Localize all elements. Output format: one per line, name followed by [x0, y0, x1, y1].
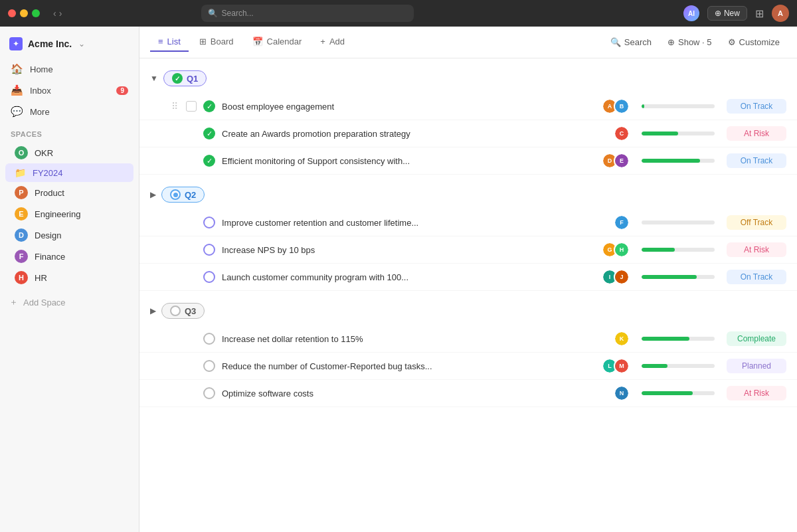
brand-name: Acme Inc. [28, 39, 72, 49]
table-row[interactable]: ⠿ Reduce the number of Customer-Reported… [139, 353, 797, 380]
progress-fill [642, 391, 693, 395]
sidebar-item-inbox[interactable]: 📥 Inbox 9 [5, 80, 133, 101]
tab-list[interactable]: ≡ List [150, 33, 189, 52]
close-button[interactable] [8, 9, 16, 17]
ai-badge[interactable]: AI [683, 5, 699, 21]
table-row[interactable]: ⠿ Increase net dollar retention to 115% … [139, 325, 797, 353]
table-row[interactable]: ⠿ Improve customer retention and custome… [139, 209, 797, 236]
inbox-icon: 📥 [11, 84, 23, 96]
main-content: ≡ List ⊞ Board 📅 Calendar + Add 🔍 Search [139, 27, 797, 532]
q3-status-icon [170, 306, 181, 316]
home-label: Home [30, 64, 53, 74]
search-placeholder: Search... [222, 9, 254, 18]
task-status-icon: ✓ [203, 155, 215, 167]
forward-icon[interactable]: › [59, 8, 62, 19]
table-row[interactable]: ⠿ Increase NPS by 10 bps G H At Risk [139, 236, 797, 264]
search-icon: 🔍 [208, 9, 218, 18]
back-icon[interactable]: ‹ [53, 8, 56, 19]
spacer [139, 291, 797, 296]
progress-bar [642, 104, 715, 108]
add-space-label: Add Space [23, 298, 66, 308]
show-action[interactable]: ⊕ Show · 5 [661, 34, 719, 50]
tab-calendar[interactable]: 📅 Calendar [244, 33, 310, 52]
user-avatar[interactable]: A [772, 5, 789, 22]
space-item-engineering[interactable]: E Engineering [5, 203, 133, 224]
app-body: ✦ Acme Inc. ⌄ 🏠 Home 📥 Inbox 9 💬 More Sp… [0, 27, 797, 532]
grid-icon[interactable]: ⊞ [755, 7, 764, 20]
tab-board[interactable]: ⊞ Board [191, 33, 242, 52]
minimize-button[interactable] [20, 9, 28, 17]
space-item-design[interactable]: D Design [5, 224, 133, 246]
engineering-label: Engineering [35, 209, 80, 219]
title-bar: ‹ › 🔍 Search... AI ⊕ New ⊞ A [0, 0, 797, 27]
title-bar-right: AI ⊕ New ⊞ A [683, 5, 789, 22]
add-space-button[interactable]: ＋ Add Space [0, 291, 139, 313]
group-q1-header[interactable]: ▼ ✓ Q1 [139, 64, 797, 93]
task-status-icon [203, 244, 215, 256]
customize-label: Customize [739, 37, 780, 47]
search-action[interactable]: 🔍 Search [604, 34, 658, 50]
finance-label: Finance [35, 252, 65, 262]
status-badge[interactable]: Compleate [727, 331, 786, 346]
folder-icon: 📁 [15, 167, 26, 178]
group-q2-header[interactable]: ▶ Q2 [139, 180, 797, 209]
avatar-group: C [614, 126, 630, 141]
avatar-group: N [614, 385, 630, 401]
table-row[interactable]: ⠿ ✓ Efficient monitoring of Support cons… [139, 147, 797, 175]
q3-badge: Q3 [161, 303, 205, 319]
add-icon: + [320, 37, 325, 46]
task-name: Reduce the number of Customer-Reported b… [222, 361, 595, 371]
progress-bar [642, 364, 715, 368]
hr-dot: H [15, 271, 28, 284]
table-row[interactable]: ⠿ Launch customer community program with… [139, 264, 797, 291]
q2-badge: Q2 [161, 187, 205, 203]
avatar: H [615, 243, 628, 256]
maximize-button[interactable] [32, 9, 40, 17]
space-item-okr[interactable]: O OKR [5, 142, 133, 163]
plus-icon: ＋ [9, 296, 18, 308]
status-badge[interactable]: Off Track [727, 215, 786, 230]
spaces-header: Spaces [0, 122, 139, 142]
space-item-product[interactable]: P Product [5, 182, 133, 203]
space-item-hr[interactable]: H HR [5, 267, 133, 288]
customize-action[interactable]: ⚙ Customize [721, 34, 786, 50]
new-button[interactable]: ⊕ New [707, 6, 747, 21]
row-checkbox[interactable] [186, 101, 197, 112]
space-item-finance[interactable]: F Finance [5, 246, 133, 267]
status-badge[interactable]: At Risk [727, 386, 786, 400]
avatar-group: F [614, 215, 630, 230]
task-status-icon [203, 271, 215, 283]
q3-chevron-icon: ▶ [150, 306, 156, 315]
status-badge[interactable]: At Risk [727, 126, 786, 141]
product-dot: P [15, 186, 28, 199]
table-row[interactable]: ⠿ ✓ Create an Awards promotion preparati… [139, 120, 797, 147]
table-row[interactable]: ⠿ ✓ Boost employee engagement A B On Tra… [139, 93, 797, 120]
q1-chevron-icon: ▼ [150, 74, 158, 83]
global-search[interactable]: 🔍 Search... [201, 5, 414, 22]
status-badge[interactable]: On Track [727, 99, 786, 114]
brand-logo[interactable]: ✦ Acme Inc. ⌄ [0, 32, 139, 58]
q2-chevron-icon: ▶ [150, 190, 156, 199]
task-status-icon: ✓ [203, 100, 215, 112]
design-label: Design [35, 230, 61, 240]
table-row[interactable]: ⠿ Optimize software costs N At Risk [139, 380, 797, 407]
avatar-group: G H [602, 242, 630, 258]
status-badge[interactable]: On Track [727, 153, 786, 168]
drag-handle-icon[interactable]: ⠿ [171, 101, 178, 112]
status-badge[interactable]: On Track [727, 270, 786, 284]
task-status-icon [203, 360, 215, 372]
engineering-dot: E [15, 207, 28, 221]
status-badge[interactable]: Planned [727, 359, 786, 373]
sidebar: ✦ Acme Inc. ⌄ 🏠 Home 📥 Inbox 9 💬 More Sp… [0, 27, 139, 532]
more-label: More [30, 107, 50, 117]
progress-bar [642, 275, 715, 279]
progress-fill [642, 248, 675, 252]
status-badge[interactable]: At Risk [727, 242, 786, 257]
group-q3-header[interactable]: ▶ Q3 [139, 296, 797, 325]
sidebar-item-more[interactable]: 💬 More [5, 101, 133, 122]
tab-add[interactable]: + Add [312, 33, 353, 52]
q1-label: Q1 [187, 74, 198, 84]
sidebar-item-home[interactable]: 🏠 Home [5, 58, 133, 80]
space-item-fy2024[interactable]: 📁 FY2024 [5, 163, 133, 182]
progress-bar [642, 132, 715, 135]
